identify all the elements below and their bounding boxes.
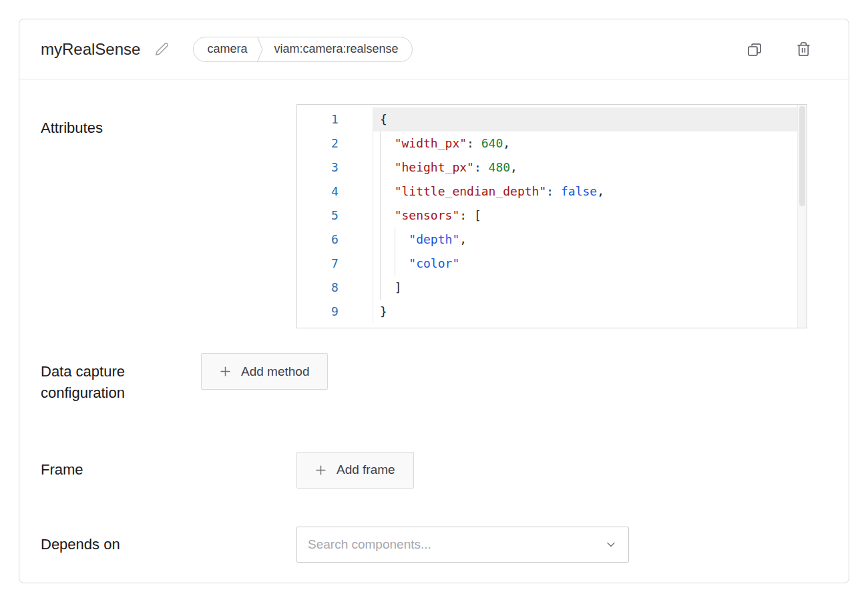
depends-on-label: Depends on xyxy=(41,534,296,555)
code-line[interactable]: 3 "height_px": 480, xyxy=(297,156,797,180)
trash-icon xyxy=(796,41,811,57)
line-number: 6 xyxy=(297,228,373,252)
scrollbar-thumb[interactable] xyxy=(799,106,805,206)
chevron-divider-icon xyxy=(256,37,264,62)
frame-label: Frame xyxy=(41,459,296,481)
line-number: 2 xyxy=(297,131,373,156)
code-lines: 1{2 "width_px": 640,3 "height_px": 480,4… xyxy=(297,105,797,328)
add-frame-label: Add frame xyxy=(337,463,395,477)
code-line[interactable]: 4 "little_endian_depth": false, xyxy=(297,180,797,204)
line-number: 1 xyxy=(297,107,373,131)
header-actions xyxy=(746,41,811,57)
component-name: myRealSense xyxy=(41,40,140,59)
plus-icon xyxy=(220,366,231,377)
attributes-code-editor[interactable]: 1{2 "width_px": 640,3 "height_px": 480,4… xyxy=(296,104,807,328)
editor-scrollbar[interactable] xyxy=(797,105,807,328)
indent-guide xyxy=(395,228,395,276)
card-body: Attributes 1{2 "width_px": 640,3 "height… xyxy=(19,79,849,588)
data-capture-row: Data capture configuration Add method xyxy=(41,353,807,404)
plus-icon xyxy=(315,465,327,476)
duplicate-icon xyxy=(746,41,763,57)
depends-on-row: Depends on xyxy=(41,527,807,563)
indent-guide xyxy=(380,131,381,300)
attributes-row: Attributes 1{2 "width_px": 640,3 "height… xyxy=(41,104,807,328)
chevron-down-icon xyxy=(604,538,618,551)
pencil-icon xyxy=(155,42,169,56)
attributes-label: Attributes xyxy=(41,104,296,139)
line-number: 3 xyxy=(297,156,373,180)
delete-button[interactable] xyxy=(796,41,811,57)
code-line[interactable]: 9} xyxy=(297,300,797,324)
code-line[interactable]: 5 "sensors": [ xyxy=(297,204,797,228)
type-model-pill: camera viam:camera:realsense xyxy=(193,37,412,62)
add-method-label: Add method xyxy=(241,364,309,379)
component-model-label: viam:camera:realsense xyxy=(274,42,398,56)
data-capture-label: Data capture configuration xyxy=(41,353,201,404)
duplicate-button[interactable] xyxy=(746,41,763,57)
component-card: myRealSense camera viam:camera:realsense xyxy=(19,19,849,583)
code-line[interactable]: 2 "width_px": 640, xyxy=(297,131,797,156)
card-header: myRealSense camera viam:camera:realsense xyxy=(19,19,849,79)
code-line[interactable]: 7 "color" xyxy=(297,252,797,276)
search-components-input[interactable] xyxy=(297,527,628,562)
code-line[interactable]: 8 ] xyxy=(297,276,797,300)
add-frame-button[interactable]: Add frame xyxy=(296,452,414,489)
line-number: 4 xyxy=(297,180,373,204)
line-number: 5 xyxy=(297,204,373,228)
line-number: 8 xyxy=(297,276,373,300)
depends-on-select[interactable] xyxy=(296,527,629,563)
code-line[interactable]: 6 "depth", xyxy=(297,228,797,252)
line-number: 9 xyxy=(297,300,373,324)
code-line[interactable]: 1{ xyxy=(297,107,797,131)
edit-name-button[interactable] xyxy=(155,42,169,56)
frame-row: Frame Add frame xyxy=(41,452,807,489)
line-number: 7 xyxy=(297,252,373,276)
component-type-label: camera xyxy=(207,42,247,56)
add-method-button[interactable]: Add method xyxy=(201,353,328,390)
